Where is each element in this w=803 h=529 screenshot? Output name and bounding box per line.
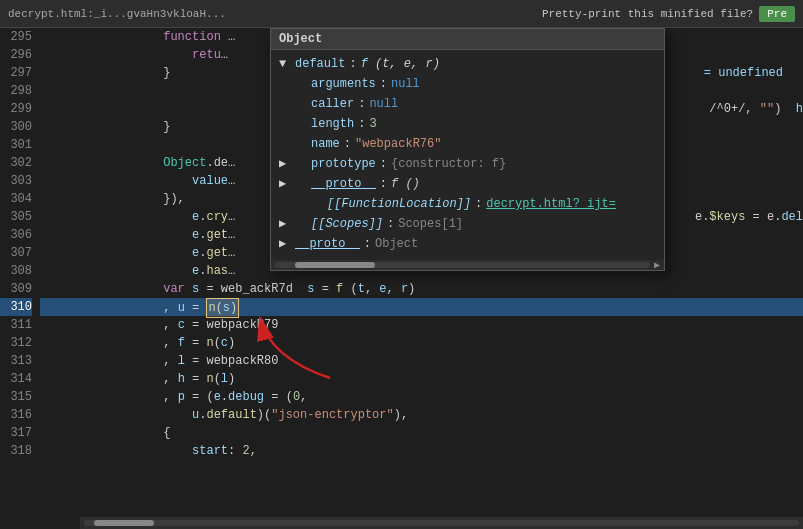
ln-315: 315 (0, 388, 32, 406)
ln-303: 303 (0, 172, 32, 190)
scrollbar-track (84, 520, 799, 526)
collapse-arrow[interactable]: ▶ (279, 235, 291, 253)
ln-309: 309 (0, 280, 32, 298)
prop-key: __proto__ (295, 235, 360, 253)
prop-value: f () (391, 175, 420, 193)
code-line-313: , l = webpackR80 (40, 352, 803, 370)
ln-310: 310 (0, 298, 32, 316)
pretty-print-bar: Pretty-print this minified file? Pre (542, 6, 795, 22)
prop-value: 3 (369, 115, 376, 133)
ln-304: 304 (0, 190, 32, 208)
top-bar: decrypt.html:_i...gvaHn3vkloaH... Pretty… (0, 0, 803, 28)
code-line-315: , p = (e.debug = (0, (40, 388, 803, 406)
ln-301: 301 (0, 136, 32, 154)
ln-316: 316 (0, 406, 32, 424)
code-line-316: u.default)("json-enctryptor"), (40, 406, 803, 424)
code-line-310: , u = n(s) (40, 298, 803, 316)
popup-row-length: length : 3 (271, 114, 664, 134)
code-line-311: , c = webpackR79 (40, 316, 803, 334)
prop-colon: : (380, 75, 387, 93)
code-line-317: { (40, 424, 803, 442)
code-area: 295 296 297 298 299 300 301 302 303 304 … (0, 28, 803, 529)
popup-row-proto2[interactable]: ▶ __proto__ : Object (271, 234, 664, 254)
pretty-print-button[interactable]: Pre (759, 6, 795, 22)
ln-306: 306 (0, 226, 32, 244)
ln-312: 312 (0, 334, 32, 352)
ln-300: 300 (0, 118, 32, 136)
ln-318: 318 (0, 442, 32, 460)
prop-colon: : (349, 55, 356, 73)
prop-colon: : (387, 215, 394, 233)
code-line-318: start: 2, (40, 442, 803, 460)
popup-body: ▼ default : f (t, e, r) arguments : null… (271, 50, 664, 258)
scrollbar-thumb[interactable] (94, 520, 154, 526)
collapse-arrow[interactable]: ▶ (279, 215, 291, 233)
popup-row-arguments: arguments : null (271, 74, 664, 94)
prop-key: arguments (311, 75, 376, 93)
prop-colon: : (380, 155, 387, 173)
no-arrow (279, 75, 291, 93)
ln-311: 311 (0, 316, 32, 334)
prop-colon: : (380, 175, 387, 193)
ln-295: 295 (0, 28, 32, 46)
prop-value: Scopes[1] (398, 215, 463, 233)
prop-key: prototype (311, 155, 376, 173)
prop-value: null (369, 95, 398, 113)
no-arrow (279, 115, 291, 133)
prop-value: f (t, e, r) (361, 55, 440, 73)
code-line-309: var s = web_ackR7d s = f (t, e, r) (40, 280, 803, 298)
horizontal-scrollbar[interactable] (80, 517, 803, 529)
expand-arrow[interactable]: ▼ (279, 55, 291, 73)
popup-scrollbar-track (275, 262, 650, 268)
prop-colon: : (344, 135, 351, 153)
collapse-arrow[interactable]: ▶ (279, 175, 291, 193)
popup-row-default[interactable]: ▼ default : f (t, e, r) (271, 54, 664, 74)
prop-key: default (295, 55, 345, 73)
ln-305: 305 (0, 208, 32, 226)
popup-scrollbar-thumb[interactable] (295, 262, 375, 268)
prop-value: null (391, 75, 420, 93)
code-line-312: , f = n(c) (40, 334, 803, 352)
prop-value-link[interactable]: decrypt.html?_ijt= (486, 195, 616, 213)
popup-scrollbar[interactable]: ▶ (271, 260, 664, 270)
prop-value: Object (375, 235, 418, 253)
ln-317: 317 (0, 424, 32, 442)
popup-scroll-right-arrow[interactable]: ▶ (654, 259, 664, 271)
line-numbers: 295 296 297 298 299 300 301 302 303 304 … (0, 28, 40, 529)
prop-colon: : (475, 195, 482, 213)
ln-313: 313 (0, 352, 32, 370)
prop-colon: : (364, 235, 371, 253)
ln-307: 307 (0, 244, 32, 262)
ln-314: 314 (0, 370, 32, 388)
prop-key: length (311, 115, 354, 133)
red-arrow-annotation (230, 288, 350, 388)
popup-row-caller: caller : null (271, 94, 664, 114)
prop-colon: : (358, 115, 365, 133)
no-arrow (279, 95, 291, 113)
collapse-arrow[interactable]: ▶ (279, 155, 291, 173)
popup-row-name: name : "webpackR76" (271, 134, 664, 154)
prop-key: [[Scopes]] (311, 215, 383, 233)
prop-key: __proto__ (311, 175, 376, 193)
prop-key: [[FunctionLocation]] (327, 195, 471, 213)
prop-key: name (311, 135, 340, 153)
prop-value: {constructor: f} (391, 155, 506, 173)
ln-308: 308 (0, 262, 32, 280)
popup-row-proto1[interactable]: ▶ __proto__ : f () (271, 174, 664, 194)
popup-row-prototype[interactable]: ▶ prototype : {constructor: f} (271, 154, 664, 174)
object-popup: Object ▼ default : f (t, e, r) arguments… (270, 28, 665, 271)
ln-296: 296 (0, 46, 32, 64)
popup-row-scopes[interactable]: ▶ [[Scopes]] : Scopes[1] (271, 214, 664, 234)
ln-298: 298 (0, 82, 32, 100)
prop-key: caller (311, 95, 354, 113)
prop-value: "webpackR76" (355, 135, 441, 153)
popup-title: Object (271, 29, 664, 50)
popup-row-function-location: [[FunctionLocation]] : decrypt.html?_ijt… (271, 194, 664, 214)
ln-302: 302 (0, 154, 32, 172)
file-path: decrypt.html:_i...gvaHn3vkloaH... (8, 8, 542, 20)
ln-297: 297 (0, 64, 32, 82)
ln-299: 299 (0, 100, 32, 118)
prop-colon: : (358, 95, 365, 113)
code-line-314: , h = n(l) (40, 370, 803, 388)
no-arrow (279, 195, 291, 213)
